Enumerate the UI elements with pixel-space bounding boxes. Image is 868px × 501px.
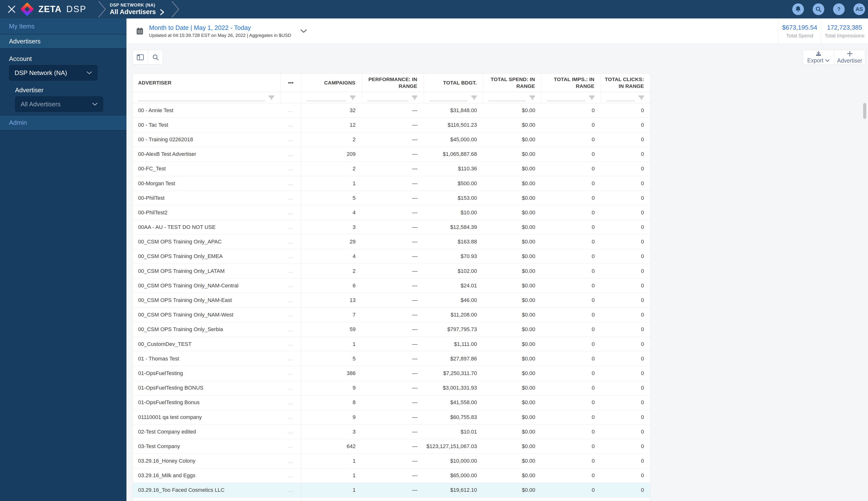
- advertiser-name-cell[interactable]: 00-AlexB Test Advertiser: [133, 147, 281, 161]
- advertiser-name-cell[interactable]: 00-Morgan Test: [133, 176, 281, 191]
- column-header-advertiser[interactable]: ADVERTISER: [133, 74, 281, 92]
- row-menu-button[interactable]: ...: [281, 147, 301, 161]
- column-header-menu[interactable]: •••: [281, 74, 301, 92]
- table-search-button[interactable]: [148, 50, 163, 64]
- table-row[interactable]: 00_CSM OPS Training Only_NAM-West ... 7 …: [133, 308, 650, 322]
- row-menu-button[interactable]: ...: [281, 454, 301, 468]
- row-menu-button[interactable]: ...: [281, 278, 301, 293]
- advertiser-name-cell[interactable]: 03.29.16_Milk and Eggs: [133, 468, 281, 483]
- table-row[interactable]: 01-OpsFuelTesting Bonus ... 8 — $41,558.…: [133, 395, 650, 410]
- row-menu-button[interactable]: ...: [281, 483, 301, 497]
- filter-cell-total-spend[interactable]: [483, 92, 542, 103]
- row-menu-button[interactable]: ...: [281, 498, 301, 501]
- row-menu-button[interactable]: ...: [281, 308, 301, 322]
- filter-icon[interactable]: [471, 96, 477, 99]
- table-row[interactable]: 00-PhilTest ... 5 — $153.00 $0.00 0 0: [133, 191, 650, 205]
- table-row[interactable]: 00-FC_Test ... 2 — $110.36 $0.00 0 0: [133, 162, 650, 176]
- row-menu-button[interactable]: ...: [281, 249, 301, 264]
- row-menu-button[interactable]: ...: [281, 351, 301, 366]
- table-row[interactable]: 00_CSM OPS Training Only_APAC ... 29 — $…: [133, 235, 650, 249]
- filter-icon[interactable]: [589, 96, 594, 99]
- advertiser-name-cell[interactable]: 03-Test Company: [133, 439, 281, 454]
- row-menu-button[interactable]: ...: [281, 293, 301, 307]
- table-row[interactable]: 00_CSM OPS Training Only_Serbia ... 59 —…: [133, 322, 650, 337]
- filter-cell-campaigns[interactable]: [301, 92, 362, 103]
- sidebar-item-my-items[interactable]: My Items: [0, 19, 127, 34]
- advertiser-name-cell[interactable]: 01-OpsFuelTesting BONUS: [133, 381, 281, 395]
- advertiser-name-cell[interactable]: 01-OpsFuelTesting Bonus: [133, 395, 281, 410]
- row-menu-button[interactable]: ...: [281, 176, 301, 191]
- export-button[interactable]: Export: [803, 50, 834, 65]
- table-row[interactable]: 03.29.16_Milk and Eggs ... 1 — $65,000.0…: [133, 468, 650, 483]
- row-menu-button[interactable]: ...: [281, 264, 301, 278]
- date-range-expand-chevron-icon[interactable]: [300, 29, 307, 33]
- row-menu-button[interactable]: ...: [281, 381, 301, 395]
- advertiser-name-cell[interactable]: 01-OpsFuelTesting: [133, 366, 281, 380]
- table-row[interactable]: 00_CSM OPS Training Only_LATAM ... 2 — $…: [133, 264, 650, 278]
- row-menu-button[interactable]: ...: [281, 191, 301, 205]
- row-menu-button[interactable]: ...: [281, 395, 301, 410]
- filter-icon[interactable]: [269, 96, 274, 99]
- row-menu-button[interactable]: ...: [281, 425, 301, 439]
- table-row[interactable]: 00-PhilTest2 ... 4 — $10.00 $0.00 0 0: [133, 205, 650, 220]
- filter-cell-total-budget[interactable]: [424, 92, 483, 103]
- advertiser-name-cell[interactable]: 00_CSM OPS Training Only_NAM-East: [133, 293, 281, 307]
- table-row[interactable]: 00 - Training 02262018 ... 2 — $45,000.0…: [133, 132, 650, 147]
- advertiser-name-cell[interactable]: 01 - Thomas Test: [133, 351, 281, 366]
- row-menu-button[interactable]: ...: [281, 439, 301, 454]
- account-select[interactable]: DSP Network (NA): [9, 65, 98, 81]
- table-row[interactable]: 01-OpsFuelTesting ... 386 — $7,250,311.7…: [133, 366, 650, 381]
- sidebar-item-admin[interactable]: Admin: [0, 115, 127, 130]
- table-row[interactable]: 00_CSM OPS Training Only_NAM-Central ...…: [133, 278, 650, 293]
- advertiser-select[interactable]: All Advertisers: [15, 96, 103, 112]
- filter-input[interactable]: [307, 100, 346, 101]
- row-menu-button[interactable]: ...: [281, 235, 301, 249]
- chevron-right-icon[interactable]: [160, 9, 164, 15]
- filter-icon[interactable]: [350, 96, 355, 99]
- filter-input[interactable]: [606, 100, 635, 101]
- table-row[interactable]: 00_CSM OPS Training Only_EMEA ... 4 — $7…: [133, 249, 650, 264]
- advertiser-name-cell[interactable]: 00 - Training 02262018: [133, 132, 281, 147]
- date-range-title[interactable]: Month to Date | May 1, 2022 - Today: [149, 24, 291, 32]
- advertiser-name-cell[interactable]: 00_CSM OPS Training Only_NAM-West: [133, 308, 281, 322]
- advertiser-name-cell[interactable]: 01110001 qa test company: [133, 410, 281, 424]
- row-menu-button[interactable]: ...: [281, 366, 301, 380]
- table-row[interactable]: 00-Morgan Test ... 1 — $500.00 $0.00 0 0: [133, 176, 650, 191]
- advertiser-name-cell[interactable]: 02-Test Company edited: [133, 425, 281, 439]
- advertiser-name-cell[interactable]: 00AA - AU - TEST DO NOT USE: [133, 220, 281, 234]
- table-row[interactable]: 00_CSM OPS Training Only_NAM-East ... 13…: [133, 293, 650, 308]
- table-row[interactable]: 03.29.16_Honey Colony ... 1 — $10,000.00…: [133, 454, 650, 468]
- filter-icon[interactable]: [529, 96, 535, 99]
- advertiser-name-cell[interactable]: 00_CSM OPS Training Only_APAC: [133, 235, 281, 249]
- filter-cell-total-imps[interactable]: [542, 92, 601, 103]
- filter-input[interactable]: [547, 100, 585, 101]
- global-search-icon[interactable]: [813, 3, 824, 15]
- filter-input[interactable]: [138, 100, 265, 101]
- filter-input[interactable]: [489, 100, 526, 101]
- table-row[interactable]: 01-OpsFuelTesting BONUS ... 9 — $3,001,3…: [133, 381, 650, 395]
- table-row[interactable]: 00_CustomDev_TEST ... 1 — $1,111.00 $0.0…: [133, 337, 650, 351]
- help-icon[interactable]: ?: [833, 3, 845, 15]
- notifications-bell-icon[interactable]: [792, 3, 804, 15]
- advertiser-name-cell[interactable]: 00 - Annie Test: [133, 103, 281, 117]
- sidebar-item-advertisers[interactable]: Advertisers: [0, 34, 127, 48]
- row-menu-button[interactable]: ...: [281, 337, 301, 351]
- filter-input[interactable]: [367, 100, 408, 101]
- advertiser-name-cell[interactable]: 00_CSM OPS Training Only_LATAM: [133, 264, 281, 278]
- breadcrumb-page-control[interactable]: All Advertisers: [110, 8, 164, 16]
- table-row[interactable]: 00 - Tac Test ... 12 — $116,501.23 $0.00…: [133, 118, 650, 132]
- table-row[interactable]: 00-AlexB Test Advertiser ... 209 — $1,06…: [133, 147, 650, 162]
- row-menu-button[interactable]: ...: [281, 410, 301, 424]
- row-menu-button[interactable]: ...: [281, 103, 301, 117]
- advertiser-name-cell[interactable]: 00_CSM OPS Training Only_Serbia: [133, 322, 281, 337]
- column-header-total-imps[interactable]: TOTAL IMPS.: IN RANGE: [542, 74, 601, 92]
- advertiser-name-cell[interactable]: 00-PhilTest: [133, 191, 281, 205]
- table-row[interactable]: 01 - Thomas Test ... 5 — $27,897.86 $0.0…: [133, 351, 650, 366]
- table-row[interactable]: 02-Test Company edited ... 3 — $10.01 $0…: [133, 425, 650, 439]
- column-header-total-budget[interactable]: TOTAL BDGT.: [424, 74, 483, 92]
- advertiser-name-cell[interactable]: 03.29.16_Honey Colony: [133, 454, 281, 468]
- advertiser-name-cell[interactable]: 00_CustomDev_TEST: [133, 337, 281, 351]
- filter-cell-performance[interactable]: [362, 92, 424, 103]
- table-row[interactable]: 03-Test Company ... 642 — $123,127,151,0…: [133, 439, 650, 454]
- table-row[interactable]: 00AA - AU - TEST DO NOT USE ... 3 — $12,…: [133, 220, 650, 235]
